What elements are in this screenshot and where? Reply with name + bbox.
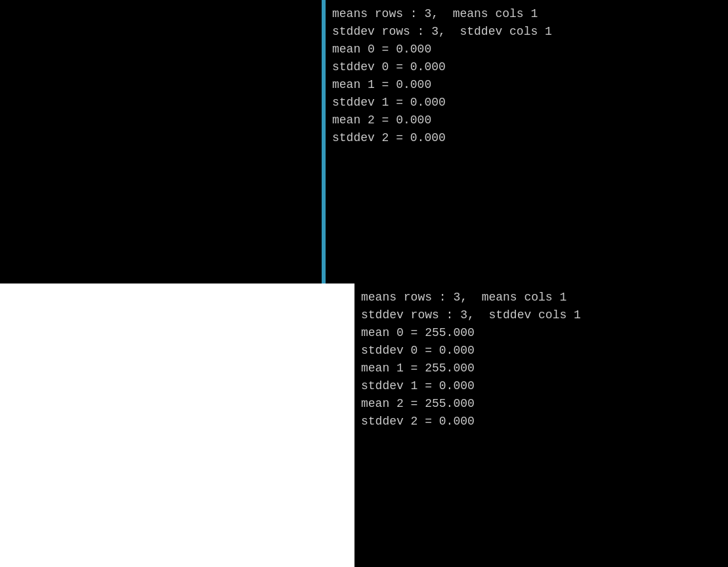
bottom-console-text: means rows : 3, means cols 1stddev rows … — [361, 289, 721, 430]
top-console-text: means rows : 3, means cols 1stddev rows … — [332, 5, 721, 147]
bottom-left-image-panel — [0, 284, 354, 567]
console-line: mean 1 = 255.000 — [361, 360, 721, 377]
console-line: stddev 1 = 0.000 — [332, 94, 721, 112]
console-line: stddev 2 = 0.000 — [361, 413, 721, 430]
top-section: means rows : 3, means cols 1stddev rows … — [0, 0, 728, 284]
console-line: mean 2 = 255.000 — [361, 395, 721, 413]
console-line: stddev 2 = 0.000 — [332, 129, 721, 147]
console-line: mean 0 = 0.000 — [332, 41, 721, 58]
top-left-image-panel — [0, 0, 322, 284]
console-line: stddev 0 = 0.000 — [361, 342, 721, 360]
console-line: mean 1 = 0.000 — [332, 76, 721, 94]
bottom-section: means rows : 3, means cols 1stddev rows … — [0, 284, 728, 567]
console-line: stddev rows : 3, stddev cols 1 — [332, 23, 721, 41]
console-line: stddev 0 = 0.000 — [332, 58, 721, 76]
console-line: means rows : 3, means cols 1 — [332, 5, 721, 23]
top-right-console: means rows : 3, means cols 1stddev rows … — [326, 0, 728, 284]
console-line: mean 0 = 255.000 — [361, 324, 721, 342]
console-line: mean 2 = 0.000 — [332, 112, 721, 129]
console-line: stddev rows : 3, stddev cols 1 — [361, 306, 721, 324]
bottom-right-console: means rows : 3, means cols 1stddev rows … — [354, 284, 728, 567]
console-line: stddev 1 = 0.000 — [361, 377, 721, 395]
console-line: means rows : 3, means cols 1 — [361, 289, 721, 306]
